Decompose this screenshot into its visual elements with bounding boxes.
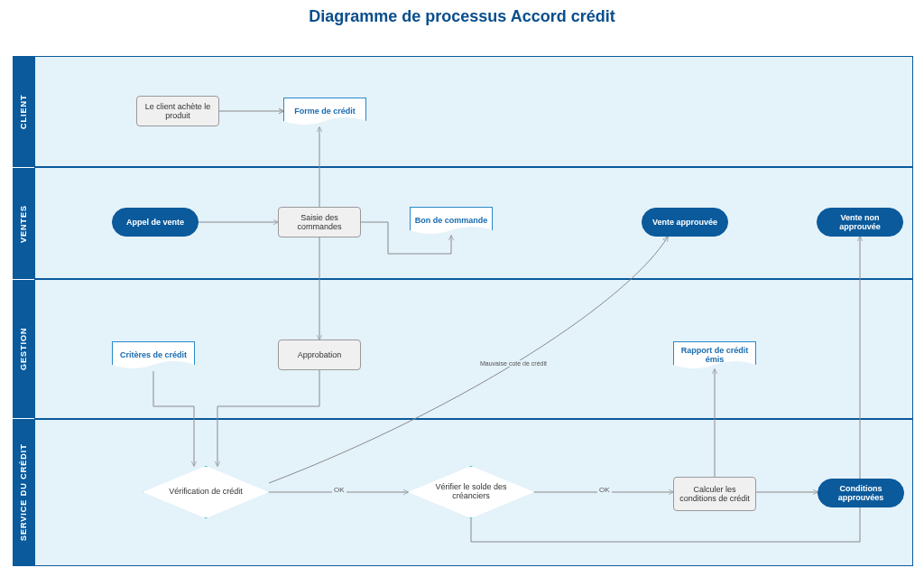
node-verif-solde: Vérifier le solde des créanciers [408,466,534,518]
edge-label-ok2: OK [597,486,612,494]
node-approbation: Approbation [278,340,361,370]
node-calculer-cond: Calculer les conditions de crédit [673,477,756,511]
diagram-title: Diagramme de processus Accord crédit [0,7,924,26]
lane-label-ventes: VENTES [13,168,34,279]
node-vente-approuvee: Vente approuvée [642,208,728,237]
node-verif-solde-label: Vérifier le solde des créanciers [408,466,534,518]
edge-label-mauvaise: Mauvaise cote de crédit [478,360,549,367]
lane-label-credit: SERVICE DU CRÉDIT [13,419,34,566]
diagram-canvas: { "title": "Diagramme de processus Accor… [0,0,924,577]
node-conditions-appr: Conditions approuvées [818,479,904,507]
node-saisie-commandes: Saisie des commandes [278,207,361,237]
edge-label-ok1: OK [332,486,346,494]
node-vente-non-approuvee: Vente non approuvée [817,208,903,237]
node-client-achete: Le client achète le produit [136,96,219,126]
lane-label-client: CLIENT [13,56,34,167]
node-appel-vente: Appel de vente [112,208,199,237]
node-verif-credit: Vérification de crédit [143,466,269,518]
lane-label-gestion: GESTION [13,280,34,418]
node-verif-credit-label: Vérification de crédit [143,466,269,518]
